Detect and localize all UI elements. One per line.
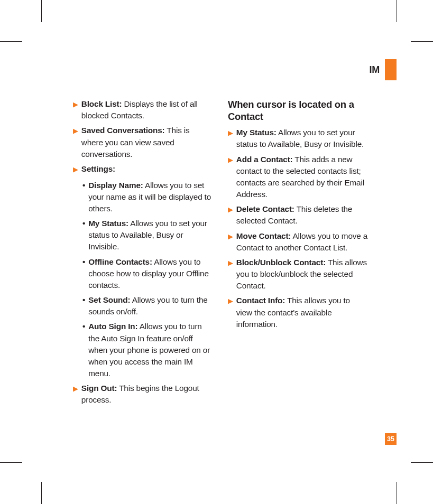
item-text: Set Sound: Allows you to turn the sounds… xyxy=(88,294,213,318)
item-text: Display Name: Allows you to set your nam… xyxy=(88,180,213,215)
bullet-icon: • xyxy=(82,218,85,253)
item-text: Add a Contact: This adds a new contact t… xyxy=(236,154,368,201)
item-text: Contact Info: This allows you to view th… xyxy=(236,295,368,330)
page-number: 35 xyxy=(385,433,397,445)
triangle-icon: ▶ xyxy=(228,203,233,227)
bullet-icon: • xyxy=(82,294,85,318)
triangle-icon: ▶ xyxy=(73,98,78,122)
triangle-icon: ▶ xyxy=(228,295,233,330)
sub-list-item: • My Status: Allows you to set your stat… xyxy=(82,218,213,253)
sub-list-item: • Set Sound: Allows you to turn the soun… xyxy=(82,294,213,318)
list-item: ▶ Move Contact: Allows you to move a Con… xyxy=(228,230,368,254)
item-text: Sign Out: This begins the Logout process… xyxy=(81,382,213,406)
content-columns: ▶ Block List: Displays the list of all b… xyxy=(73,98,397,409)
triangle-icon: ▶ xyxy=(228,154,233,201)
item-text: My Status: Allows you to set your status… xyxy=(88,218,213,253)
item-text: Block/Unblock Contact: This allows you t… xyxy=(236,257,368,292)
bullet-icon: • xyxy=(82,321,85,379)
triangle-icon: ▶ xyxy=(228,257,233,292)
left-column: ▶ Block List: Displays the list of all b… xyxy=(73,98,213,409)
list-item: ▶ My Status: Allows you to set your stat… xyxy=(228,127,368,150)
item-text: Delete Contact: This deletes the selecte… xyxy=(236,203,368,227)
triangle-icon: ▶ xyxy=(228,127,233,150)
list-item: ▶ Settings: xyxy=(73,163,213,176)
list-item: ▶ Add a Contact: This adds a new contact… xyxy=(228,154,368,201)
sub-list-item: • Auto Sign In: Allows you to turn the A… xyxy=(82,321,213,379)
item-text: My Status: Allows you to set your status… xyxy=(236,127,368,150)
sub-list-item: • Display Name: Allows you to set your n… xyxy=(82,180,213,215)
right-column: When cursor is located on a Contact ▶ My… xyxy=(228,98,368,409)
triangle-icon: ▶ xyxy=(228,230,233,254)
column-heading: When cursor is located on a Contact xyxy=(228,98,368,123)
bullet-icon: • xyxy=(82,180,85,215)
item-text: Block List: Displays the list of all blo… xyxy=(81,98,213,122)
triangle-icon: ▶ xyxy=(73,163,78,176)
bullet-icon: • xyxy=(82,256,85,292)
header-accent-bar xyxy=(385,59,397,80)
list-item: ▶ Sign Out: This begins the Logout proce… xyxy=(73,382,213,406)
section-title: IM xyxy=(370,64,380,76)
item-text: Auto Sign In: Allows you to turn the Aut… xyxy=(88,321,213,379)
item-text: Offline Contacts: Allows you to choose h… xyxy=(88,256,213,292)
item-text: Settings: xyxy=(81,163,213,176)
list-item: ▶ Contact Info: This allows you to view … xyxy=(228,295,368,330)
item-text: Move Contact: Allows you to move a Conta… xyxy=(236,230,368,254)
list-item: ▶ Delete Contact: This deletes the selec… xyxy=(228,203,368,227)
triangle-icon: ▶ xyxy=(73,382,78,406)
triangle-icon: ▶ xyxy=(73,125,78,160)
sub-list-item: • Offline Contacts: Allows you to choose… xyxy=(82,256,213,292)
manual-page: IM ▶ Block List: Displays the list of al… xyxy=(41,41,397,463)
list-item: ▶ Saved Conversations: This is where you… xyxy=(73,125,213,160)
list-item: ▶ Block List: Displays the list of all b… xyxy=(73,98,213,122)
page-header: IM xyxy=(370,59,397,80)
item-text: Saved Conversations: This is where you c… xyxy=(81,125,213,160)
list-item: ▶ Block/Unblock Contact: This allows you… xyxy=(228,257,368,292)
